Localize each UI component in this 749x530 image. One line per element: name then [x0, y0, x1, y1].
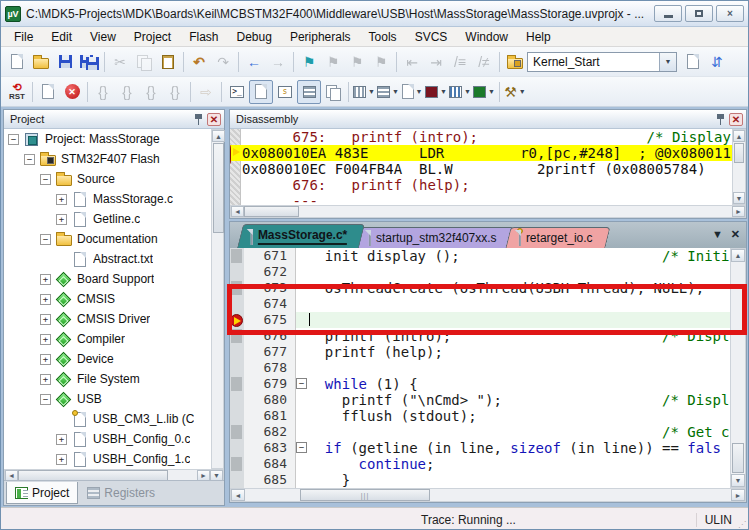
- code-text[interactable]: if (getline (in_line, sizeof (in_line)) …: [308, 440, 746, 456]
- fold-margin[interactable]: [296, 296, 308, 312]
- expand-icon[interactable]: +: [40, 374, 51, 385]
- logic-analyzer-dropdown[interactable]: ▼: [424, 80, 448, 104]
- fold-collapse-icon[interactable]: −: [296, 378, 307, 389]
- editor-breakpoint-margin[interactable]: [230, 280, 244, 296]
- disassembly-gutter[interactable]: [230, 129, 241, 205]
- tree-item-cmsis[interactable]: +CMSIS: [4, 289, 224, 309]
- cut-button[interactable]: ✂: [108, 50, 132, 74]
- fold-margin[interactable]: [296, 392, 308, 408]
- collapse-icon[interactable]: −: [8, 134, 19, 145]
- expand-icon[interactable]: +: [40, 274, 51, 285]
- serial-window-button[interactable]: [297, 80, 321, 104]
- navigate-forward-button[interactable]: →: [266, 50, 290, 74]
- tree-item-device[interactable]: +Device: [4, 349, 224, 369]
- collapse-icon[interactable]: −: [40, 394, 51, 405]
- tree-item-abstract-txt[interactable]: Abstract.txt: [4, 249, 224, 269]
- menu-project[interactable]: Project: [125, 28, 180, 46]
- panel-tab-project[interactable]: Project: [6, 482, 78, 504]
- editor-hscrollbar[interactable]: ◄ ||| ►: [230, 488, 746, 502]
- run-to-line-button[interactable]: {}: [163, 80, 187, 104]
- save-button[interactable]: [53, 50, 77, 74]
- undo-button[interactable]: ↶: [187, 50, 211, 74]
- expand-icon[interactable]: +: [56, 214, 67, 225]
- fold-margin[interactable]: [296, 312, 308, 328]
- combo-dropdown-icon[interactable]: ▼: [659, 53, 676, 71]
- indent-button[interactable]: ⇥: [424, 50, 448, 74]
- editor-tab-massstorage-c-[interactable]: MassStorage.c*: [237, 224, 365, 248]
- editor-vscrollbar[interactable]: ▲ ▼: [730, 248, 746, 488]
- collapse-icon[interactable]: −: [40, 174, 51, 185]
- jump-arrows-button[interactable]: ⇵: [705, 50, 729, 74]
- fold-margin[interactable]: [296, 328, 308, 344]
- fold-margin[interactable]: [296, 264, 308, 280]
- resize-grip[interactable]: ⋰: [738, 520, 746, 529]
- menu-debug[interactable]: Debug: [228, 28, 281, 46]
- disassembly-vscrollbar[interactable]: ▲ ▼: [732, 129, 746, 205]
- fold-margin[interactable]: [296, 472, 308, 488]
- serial-analysis-dropdown[interactable]: ▼: [400, 80, 424, 104]
- fold-margin[interactable]: −: [296, 376, 308, 392]
- code-text[interactable]: printf ("\nCmd> ");/* Display: [308, 392, 746, 408]
- editor-breakpoint-margin[interactable]: [230, 248, 244, 264]
- code-text[interactable]: /* Get comm: [308, 424, 746, 440]
- expand-icon[interactable]: +: [56, 454, 67, 465]
- close-button[interactable]: ×: [716, 5, 744, 22]
- comment-button[interactable]: /≡: [448, 50, 472, 74]
- menu-tools[interactable]: Tools: [360, 28, 406, 46]
- editor-tab-retarget-io-c[interactable]: retarget_io.c: [505, 227, 610, 248]
- fold-margin[interactable]: [296, 424, 308, 440]
- fold-margin[interactable]: [296, 344, 308, 360]
- code-text[interactable]: fflush (stdout);: [308, 408, 746, 424]
- tree-item-project-massstorage[interactable]: −Project: MassStorage: [4, 129, 224, 149]
- tab-list-dropdown-icon[interactable]: ▼: [712, 228, 723, 241]
- fold-margin[interactable]: [296, 360, 308, 376]
- project-tree-vscrollbar[interactable]: ▲: [211, 129, 224, 469]
- tree-item-usbh-config-0-c[interactable]: +USBH_Config_0.c: [4, 429, 224, 449]
- code-text[interactable]: while (1) {: [308, 376, 746, 392]
- callstack-window-button[interactable]: [321, 80, 345, 104]
- target-select-combo[interactable]: Kernel_Start ▼: [527, 52, 677, 72]
- code-text[interactable]: continue;: [308, 456, 746, 472]
- code-text[interactable]: printf (help);: [308, 344, 746, 360]
- pin-icon[interactable]: [716, 114, 725, 125]
- code-area[interactable]: 671 init_display ();/* Initiali672673 os…: [230, 248, 746, 488]
- tree-item-usb[interactable]: −USB: [4, 389, 224, 409]
- menu-flash[interactable]: Flash: [180, 28, 227, 46]
- editor-tab-startup-stm32f407xx-s[interactable]: startup_stm32f407xx.s: [356, 227, 515, 248]
- minimize-button[interactable]: [654, 5, 682, 22]
- code-text[interactable]: [308, 296, 746, 312]
- bookmark-next-button[interactable]: ⚑: [345, 50, 369, 74]
- disassembly-window-button[interactable]: ⌕: [249, 80, 273, 104]
- fold-margin[interactable]: [296, 280, 308, 296]
- save-all-button[interactable]: [77, 50, 101, 74]
- step-over-button[interactable]: {}: [115, 80, 139, 104]
- reset-button[interactable]: ⟲RST: [5, 80, 29, 104]
- collapse-icon[interactable]: −: [40, 234, 51, 245]
- menu-help[interactable]: Help: [517, 28, 560, 46]
- tree-item-file-system[interactable]: +File System: [4, 369, 224, 389]
- expand-icon[interactable]: +: [40, 294, 51, 305]
- editor-breakpoint-margin[interactable]: [230, 328, 244, 344]
- code-text[interactable]: printf (intro);/* Display: [308, 328, 746, 344]
- bookmark-toggle-button[interactable]: ⚑: [297, 50, 321, 74]
- tree-item-usbh-config-1-c[interactable]: +USBH_Config_1.c: [4, 449, 224, 469]
- command-window-button[interactable]: >_: [225, 80, 249, 104]
- menu-svcs[interactable]: SVCS: [406, 28, 457, 46]
- copy-button[interactable]: [132, 50, 156, 74]
- code-text[interactable]: osThreadCreate (osThread(USBH_Thread), N…: [308, 280, 746, 296]
- editor-breakpoint-margin[interactable]: [230, 264, 244, 280]
- editor-breakpoint-margin[interactable]: [230, 456, 244, 472]
- expand-icon[interactable]: +: [40, 314, 51, 325]
- code-text[interactable]: }: [308, 472, 746, 488]
- fold-margin[interactable]: [296, 248, 308, 264]
- fold-margin[interactable]: −: [296, 440, 308, 456]
- pin-icon[interactable]: [194, 114, 203, 125]
- show-next-statement-button[interactable]: [36, 80, 60, 104]
- open-file-button[interactable]: [29, 50, 53, 74]
- debug-toolbox-dropdown[interactable]: ⚒▼: [503, 80, 527, 104]
- tree-item-stm32f407-flash[interactable]: −STM32F407 Flash: [4, 149, 224, 169]
- find-in-files-button[interactable]: [503, 50, 527, 74]
- peripherals-dropdown[interactable]: ▼: [472, 80, 496, 104]
- expand-icon[interactable]: +: [40, 354, 51, 365]
- memory-window-dropdown[interactable]: ▼: [352, 80, 376, 104]
